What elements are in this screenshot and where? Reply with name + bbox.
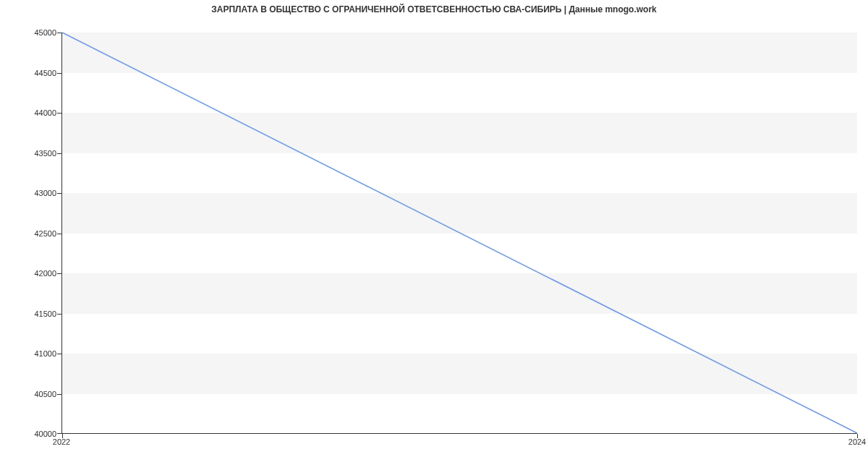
y-tick <box>57 273 61 274</box>
plot-area <box>61 33 857 434</box>
y-tick-label: 45000 <box>34 28 56 37</box>
y-tick-label: 42500 <box>34 229 56 238</box>
y-tick <box>57 73 61 74</box>
y-tick <box>57 394 61 395</box>
y-tick <box>57 113 61 114</box>
y-tick-label: 44500 <box>34 69 56 77</box>
x-tick <box>62 434 63 438</box>
x-tick-label: 2022 <box>53 437 70 446</box>
chart-container: ЗАРПЛАТА В ОБЩЕСТВО С ОГРАНИЧЕННОЙ ОТВЕТ… <box>0 0 868 470</box>
x-tick-label: 2024 <box>848 437 866 446</box>
y-tick-label: 43500 <box>34 149 56 158</box>
y-tick-label: 42000 <box>34 269 56 278</box>
y-tick <box>57 153 61 154</box>
y-tick <box>57 314 61 315</box>
y-tick <box>57 193 61 194</box>
y-tick-label: 41500 <box>34 309 56 318</box>
y-tick-label: 40500 <box>34 390 56 398</box>
y-tick <box>57 234 61 234</box>
y-tick-label: 44000 <box>34 108 56 117</box>
y-tick <box>57 33 61 33</box>
x-tick <box>857 434 858 438</box>
y-tick-label: 41000 <box>34 349 56 358</box>
y-tick <box>57 354 61 354</box>
chart-title: ЗАРПЛАТА В ОБЩЕСТВО С ОГРАНИЧЕННОЙ ОТВЕТ… <box>0 4 868 14</box>
y-tick <box>57 433 61 434</box>
data-line <box>62 33 857 433</box>
y-tick-label: 43000 <box>34 189 56 197</box>
